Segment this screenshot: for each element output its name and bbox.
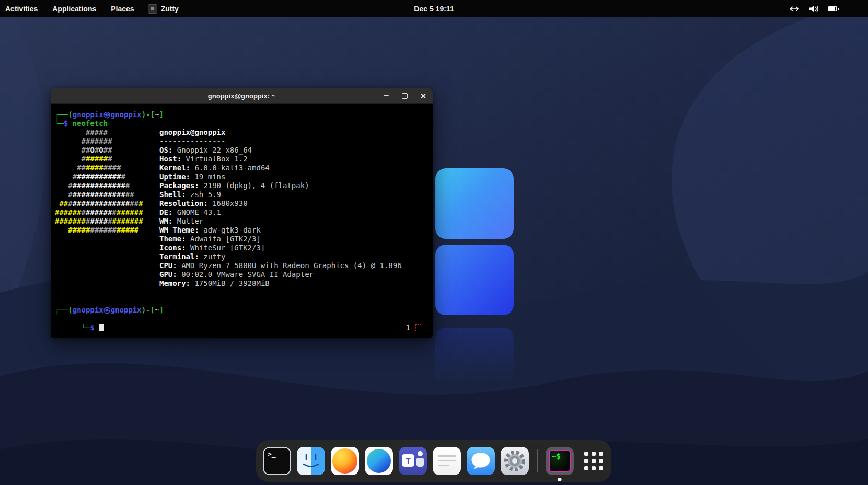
dock-item-app-grid[interactable]	[580, 447, 608, 475]
dock-item-teams[interactable]: T	[399, 447, 427, 475]
right-prompt-status: 1	[371, 315, 421, 338]
dock-item-messages[interactable]	[467, 447, 495, 475]
neofetch-info-line: DE: GNOME 43.1	[159, 208, 429, 217]
neofetch-art-row: ##############	[55, 181, 159, 190]
teams-person-icon	[418, 451, 423, 456]
close-button[interactable]	[417, 90, 429, 101]
window-titlebar[interactable]: gnoppix@gnoppix: ~	[51, 88, 433, 104]
neofetch-art-row: #######	[55, 137, 159, 146]
dock-separator	[537, 449, 538, 472]
network-arrows-icon	[788, 5, 801, 13]
battery-icon	[827, 5, 840, 13]
neofetch-art-row: ###############	[55, 190, 159, 199]
applications-label: Applications	[52, 5, 96, 13]
exit-status-code: 1	[406, 324, 410, 332]
neofetch-info-line: CPU: AMD Ryzen 7 5800U with Radeon Graph…	[159, 261, 429, 270]
dock-item-zutty-active[interactable]: ~$	[546, 447, 574, 475]
neofetch-art-row: ################	[55, 226, 159, 235]
neofetch-info-line: Icons: WhiteSur [GTK2/3]	[159, 244, 429, 252]
applications-menu[interactable]: Applications	[45, 0, 103, 17]
activities-button[interactable]: Activities	[0, 0, 45, 17]
wallpaper-logo-square-top	[435, 168, 514, 239]
blank-line	[55, 297, 429, 306]
maximize-button[interactable]	[399, 90, 410, 101]
dock-item-edge[interactable]	[365, 447, 393, 475]
neofetch-info-line: Terminal: zutty	[159, 252, 429, 261]
neofetch-info-line: WM: Mutter	[159, 217, 429, 226]
places-menu[interactable]: Places	[103, 0, 141, 17]
neofetch-info-line: WM Theme: adw-gtk3-dark	[159, 226, 429, 235]
neofetch-art-row: ##O#O##	[55, 146, 159, 155]
activities-label: Activities	[5, 5, 38, 13]
terminal-prompt-icon: >_	[268, 450, 276, 458]
neofetch-info-line: Kernel: 6.0.0-kali3-amd64	[159, 164, 429, 172]
blank-line	[55, 288, 429, 297]
neofetch-info-line: OS: Gnoppix 22 x86_64	[159, 146, 429, 155]
dock-item-firefox[interactable]	[331, 447, 359, 475]
neofetch-title: gnoppix@gnoppix	[159, 128, 429, 137]
gear-icon	[501, 447, 529, 475]
notes-lines-icon	[438, 455, 456, 457]
zutty-app-icon	[148, 4, 157, 14]
neofetch-info-line: Uptime: 19 mins	[159, 172, 429, 181]
neofetch-art-row: #######	[55, 155, 159, 164]
neofetch-art-row: #####	[55, 128, 159, 137]
dock-item-finder[interactable]	[297, 447, 325, 475]
neofetch-info-line: Theme: Adwaita [GTK2/3]	[159, 235, 429, 244]
volume-icon	[808, 5, 820, 13]
neofetch-info-line: Packages: 2190 (dpkg), 4 (flatpak)	[159, 181, 429, 190]
dock-item-settings[interactable]	[501, 447, 529, 475]
focused-app-label: Zutty	[161, 5, 179, 13]
neofetch-info: gnoppix@gnoppix---------------OS: Gnoppi…	[159, 128, 429, 288]
missing-glyph-icon	[415, 324, 421, 331]
clock[interactable]: Dec 5 19:11	[414, 0, 454, 17]
teams-t-icon: T	[402, 454, 414, 467]
zutty-screen-icon: ~$	[549, 450, 571, 472]
neofetch-art-row: ###################	[55, 199, 159, 208]
close-icon	[420, 93, 426, 99]
neofetch-art-row: ####################	[55, 217, 159, 226]
neofetch-art-row: ############	[55, 172, 159, 181]
minimize-icon	[384, 95, 389, 96]
finder-face-icon	[297, 447, 325, 475]
window-controls	[380, 88, 429, 103]
firefox-globe-icon	[332, 448, 357, 474]
focused-app-indicator[interactable]: Zutty	[142, 0, 185, 17]
neofetch-info-line: GPU: 00:02.0 VMware SVGA II Adapter	[159, 270, 429, 279]
neofetch-info-line: Resolution: 1680x930	[159, 199, 429, 208]
prompt-line-1: ┌──(gnoppix㉿gnoppix)-[~]	[55, 110, 429, 119]
chat-bubble-icon	[467, 447, 495, 475]
terminal-body[interactable]: ┌──(gnoppix㉿gnoppix)-[~] └─$ neofetch ##…	[51, 104, 433, 338]
edge-swirl-icon	[367, 449, 391, 473]
zutty-prompt-glyph: ~$	[552, 452, 561, 460]
places-label: Places	[111, 5, 134, 13]
neofetch-art-row: ##########	[55, 164, 159, 172]
prompt-line-3: ┌──(gnoppix㉿gnoppix)-[~]	[55, 306, 429, 315]
neofetch-output: ##### ####### ##O#O## ####### ##########…	[55, 128, 429, 288]
wallpaper-logo-square-bottom	[435, 245, 514, 315]
maximize-icon	[402, 93, 408, 99]
dock-item-notes[interactable]	[433, 447, 461, 475]
app-grid-icon	[584, 452, 588, 456]
terminal-cursor	[99, 324, 104, 331]
dock: >_ T ~$	[256, 440, 611, 482]
neofetch-art: ##### ####### ##O#O## ####### ##########…	[55, 128, 159, 288]
system-status-area[interactable]	[788, 0, 840, 17]
neofetch-art-row: ####################	[55, 208, 159, 217]
window-title: gnoppix@gnoppix: ~	[208, 92, 275, 100]
neofetch-info-line: Host: VirtualBox 1.2	[159, 155, 429, 164]
neofetch-underline: ---------------	[159, 137, 429, 146]
neofetch-info-line: Memory: 1750MiB / 3928MiB	[159, 279, 429, 288]
wallpaper-logo-square-dim	[435, 328, 514, 385]
dock-item-terminal[interactable]: >_	[263, 447, 291, 475]
minimize-button[interactable]	[380, 90, 392, 101]
prompt-line-current: └─$ 1	[55, 315, 429, 324]
prompt-line-2-command: └─$ neofetch	[55, 119, 429, 128]
neofetch-info-line: Shell: zsh 5.9	[159, 190, 429, 199]
top-bar: Activities Applications Places Zutty Dec…	[0, 0, 868, 17]
terminal-window: gnoppix@gnoppix: ~ ┌──(gnoppix㉿gnoppix)-…	[51, 88, 433, 338]
